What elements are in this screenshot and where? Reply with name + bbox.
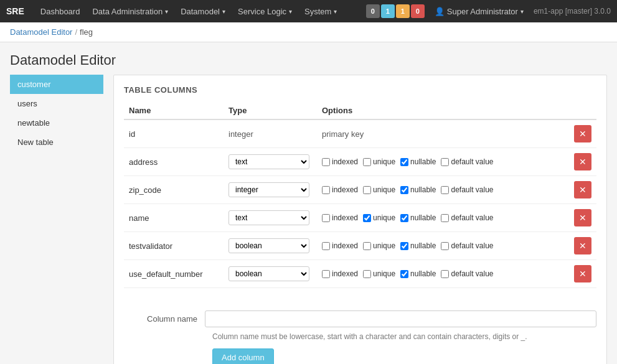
checkbox-nullable[interactable] bbox=[400, 270, 408, 278]
add-column-form: Column name Column name must be lowercas… bbox=[124, 301, 596, 364]
col-header-options: Options bbox=[317, 102, 569, 119]
option-indexed[interactable]: indexed bbox=[322, 269, 358, 278]
chevron-down-icon: ▾ bbox=[289, 8, 292, 15]
column-name-row: Column name bbox=[124, 310, 596, 327]
option-nullable[interactable]: nullable bbox=[400, 241, 436, 250]
checkbox-indexed[interactable] bbox=[322, 214, 330, 222]
nav-badges: 0 1 1 0 bbox=[366, 4, 425, 18]
checkbox-default_value[interactable] bbox=[441, 270, 449, 278]
nav-user[interactable]: 👤 Super Administrator ▾ bbox=[430, 7, 529, 16]
option-indexed[interactable]: indexed bbox=[322, 213, 358, 222]
badge-1[interactable]: 1 bbox=[381, 4, 395, 18]
checkbox-unique[interactable] bbox=[363, 270, 371, 278]
table-row: use_default_numbertextintegerbooleanfloa… bbox=[124, 260, 596, 288]
type-select[interactable]: textintegerbooleanfloatdatedatetime bbox=[228, 182, 309, 197]
nav-service-logic[interactable]: Service Logic ▾ bbox=[232, 0, 298, 22]
row-type[interactable]: textintegerbooleanfloatdatedatetime bbox=[224, 260, 317, 288]
page-title: Datamodel Editor bbox=[0, 42, 617, 75]
row-type[interactable]: textintegerbooleanfloatdatedatetime bbox=[224, 204, 317, 232]
checkbox-nullable[interactable] bbox=[400, 214, 408, 222]
row-options: indexed unique nullable default value bbox=[317, 232, 569, 260]
user-icon: 👤 bbox=[435, 7, 445, 16]
option-default_value[interactable]: default value bbox=[441, 269, 493, 278]
columns-table: Name Type Options idintegerprimary key✕a… bbox=[124, 102, 596, 288]
col-header-action bbox=[569, 102, 596, 119]
option-indexed[interactable]: indexed bbox=[322, 185, 358, 194]
checkbox-default_value[interactable] bbox=[441, 158, 449, 166]
option-unique[interactable]: unique bbox=[363, 269, 395, 278]
chevron-down-icon: ▾ bbox=[334, 8, 337, 15]
checkbox-nullable[interactable] bbox=[400, 242, 408, 250]
row-options: indexed unique nullable default value bbox=[317, 204, 569, 232]
nav-data-administration[interactable]: Data Administration ▾ bbox=[86, 0, 174, 22]
checkbox-indexed[interactable] bbox=[322, 270, 330, 278]
type-select[interactable]: textintegerbooleanfloatdatedatetime bbox=[228, 266, 309, 281]
checkbox-unique[interactable] bbox=[363, 158, 371, 166]
nav-datamodel[interactable]: Datamodel ▾ bbox=[174, 0, 232, 22]
row-type[interactable]: textintegerbooleanfloatdatedatetime bbox=[224, 148, 317, 176]
add-column-button[interactable]: Add column bbox=[212, 348, 274, 364]
sidebar-item-new-table[interactable]: New table bbox=[10, 133, 103, 152]
delete-row-button[interactable]: ✕ bbox=[574, 265, 591, 282]
sidebar-item-customer[interactable]: customer bbox=[10, 75, 103, 94]
chevron-down-icon: ▾ bbox=[165, 8, 168, 15]
delete-row-button[interactable]: ✕ bbox=[574, 209, 591, 226]
table-row: idintegerprimary key✕ bbox=[124, 119, 596, 148]
row-name: name bbox=[124, 204, 224, 232]
option-nullable[interactable]: nullable bbox=[400, 269, 436, 278]
checkbox-unique[interactable] bbox=[363, 214, 371, 222]
option-indexed[interactable]: indexed bbox=[322, 157, 358, 166]
option-unique[interactable]: unique bbox=[363, 157, 395, 166]
nav-system[interactable]: System ▾ bbox=[298, 0, 343, 22]
checkbox-indexed[interactable] bbox=[322, 242, 330, 250]
row-action: ✕ bbox=[569, 204, 596, 232]
badge-2[interactable]: 1 bbox=[396, 4, 410, 18]
row-action: ✕ bbox=[569, 176, 596, 204]
delete-row-button[interactable]: ✕ bbox=[574, 237, 591, 254]
checkbox-default_value[interactable] bbox=[441, 242, 449, 250]
checkbox-default_value[interactable] bbox=[441, 214, 449, 222]
primary-key-label: primary key bbox=[322, 129, 364, 139]
type-select[interactable]: textintegerbooleanfloatdatedatetime bbox=[228, 154, 309, 169]
checkbox-nullable[interactable] bbox=[400, 186, 408, 194]
row-type[interactable]: textintegerbooleanfloatdatedatetime bbox=[224, 232, 317, 260]
type-select[interactable]: textintegerbooleanfloatdatedatetime bbox=[228, 210, 309, 225]
row-type[interactable]: textintegerbooleanfloatdatedatetime bbox=[224, 176, 317, 204]
option-default_value[interactable]: default value bbox=[441, 241, 493, 250]
option-unique[interactable]: unique bbox=[363, 241, 395, 250]
breadcrumb-link[interactable]: Datamodel Editor bbox=[10, 27, 72, 37]
checkbox-unique[interactable] bbox=[363, 186, 371, 194]
option-nullable[interactable]: nullable bbox=[400, 213, 436, 222]
sidebar-item-users[interactable]: users bbox=[10, 94, 103, 113]
checkbox-indexed[interactable] bbox=[322, 186, 330, 194]
chevron-down-icon: ▾ bbox=[222, 8, 225, 15]
content-area: customer users newtable New table TABLE … bbox=[0, 75, 617, 364]
delete-row-button[interactable]: ✕ bbox=[574, 181, 591, 198]
type-select[interactable]: textintegerbooleanfloatdatedatetime bbox=[228, 238, 309, 253]
option-unique[interactable]: unique bbox=[363, 213, 395, 222]
delete-row-button[interactable]: ✕ bbox=[574, 153, 591, 170]
breadcrumb-current: fleg bbox=[80, 27, 93, 37]
badge-3[interactable]: 0 bbox=[411, 4, 425, 18]
option-nullable[interactable]: nullable bbox=[400, 185, 436, 194]
column-name-input[interactable] bbox=[205, 310, 596, 327]
col-header-name: Name bbox=[124, 102, 224, 119]
checkbox-nullable[interactable] bbox=[400, 158, 408, 166]
sidebar-item-newtable[interactable]: newtable bbox=[10, 113, 103, 133]
delete-row-button[interactable]: ✕ bbox=[574, 125, 591, 142]
nav-dashboard[interactable]: Dashboard bbox=[34, 0, 87, 22]
badge-0[interactable]: 0 bbox=[366, 4, 380, 18]
checkbox-default_value[interactable] bbox=[441, 186, 449, 194]
checkbox-unique[interactable] bbox=[363, 242, 371, 250]
row-type: integer bbox=[224, 119, 317, 148]
option-indexed[interactable]: indexed bbox=[322, 241, 358, 250]
option-default_value[interactable]: default value bbox=[441, 185, 493, 194]
breadcrumb: Datamodel Editor / fleg bbox=[0, 22, 617, 42]
checkbox-indexed[interactable] bbox=[322, 158, 330, 166]
row-options: indexed unique nullable default value bbox=[317, 148, 569, 176]
option-default_value[interactable]: default value bbox=[441, 213, 493, 222]
option-nullable[interactable]: nullable bbox=[400, 157, 436, 166]
option-default_value[interactable]: default value bbox=[441, 157, 493, 166]
option-unique[interactable]: unique bbox=[363, 185, 395, 194]
row-name: use_default_number bbox=[124, 260, 224, 288]
